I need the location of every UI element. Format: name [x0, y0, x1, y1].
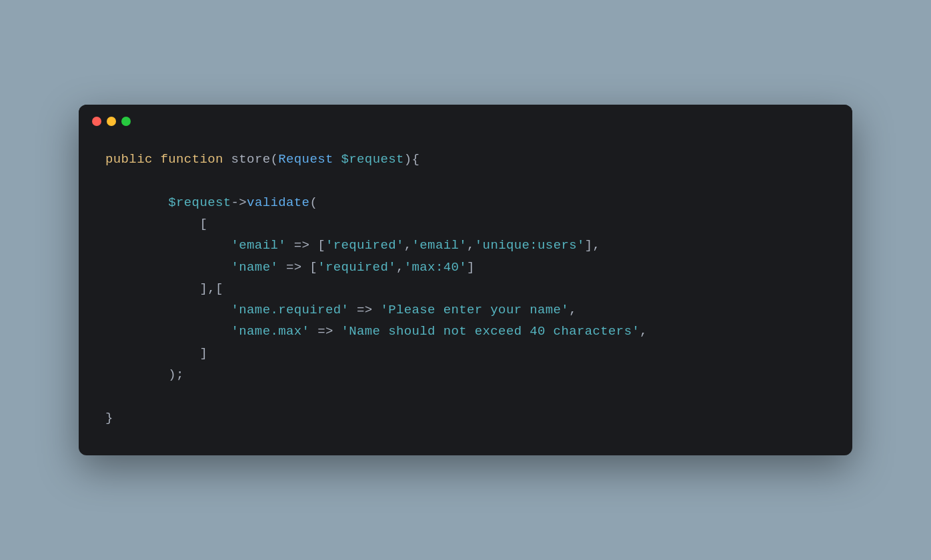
close-button[interactable] [92, 117, 101, 126]
code-line-6: ],[ [105, 278, 826, 299]
code-line-4: 'email' => ['required','email','unique:u… [105, 235, 826, 256]
code-line-5: 'name' => ['required','max:40'] [105, 257, 826, 278]
maximize-button[interactable] [121, 117, 131, 126]
blank-line-2 [105, 385, 826, 407]
code-window: public function store(Request $request){… [79, 105, 852, 455]
code-line-10: ); [105, 364, 826, 385]
code-line-11: } [105, 407, 826, 429]
titlebar [79, 105, 852, 135]
code-line-1: public function store(Request $request){ [105, 149, 826, 170]
blank-line-1 [105, 170, 826, 191]
code-line-9: ] [105, 343, 826, 364]
code-line-2: $request->validate( [105, 192, 826, 213]
code-editor: public function store(Request $request){… [79, 135, 852, 455]
code-line-8: 'name.max' => 'Name should not exceed 40… [105, 321, 826, 342]
minimize-button[interactable] [107, 117, 116, 126]
code-line-3: [ [105, 213, 826, 235]
code-line-7: 'name.required' => 'Please enter your na… [105, 299, 826, 321]
